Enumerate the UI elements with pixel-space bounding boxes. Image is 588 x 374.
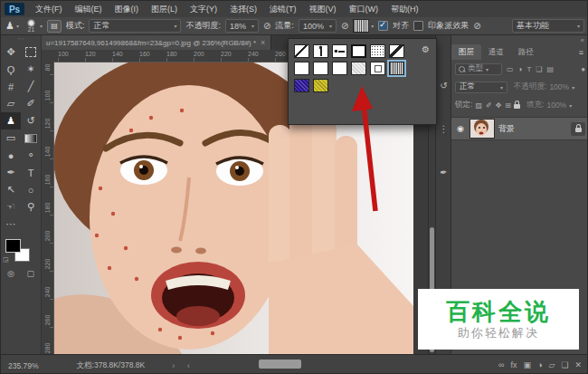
gradient-tool[interactable] bbox=[21, 129, 41, 147]
current-tool-button[interactable]: ♟ ▾ bbox=[5, 20, 19, 32]
menu-item[interactable]: 选择(S) bbox=[223, 1, 263, 17]
filter-type-layers-icon[interactable]: T bbox=[526, 65, 531, 73]
filter-pixel-layers-icon[interactable]: ▭ bbox=[507, 65, 514, 73]
rectangular-marquee-tool[interactable] bbox=[21, 43, 41, 61]
scroll-left-icon[interactable]: ‹ bbox=[187, 361, 190, 370]
hand-tool[interactable]: ☜ bbox=[1, 198, 21, 216]
toggle-brush-panel-button[interactable]: ▤ bbox=[47, 20, 62, 33]
collapse-panels-icon[interactable]: « bbox=[581, 36, 584, 44]
layer-effects-icon[interactable]: fx bbox=[510, 360, 517, 369]
pattern-yellow-noise[interactable] bbox=[313, 79, 328, 92]
layer-filter-dropdown[interactable]: 类型 ▾ bbox=[455, 63, 502, 75]
brush-preset-picker[interactable]: 21 bbox=[27, 19, 35, 33]
screen-mode-button[interactable]: ▢ bbox=[27, 269, 35, 278]
layer-group-icon[interactable]: ▱ bbox=[548, 360, 555, 369]
default-colors-icon[interactable]: ◲ bbox=[3, 256, 9, 264]
menu-item[interactable]: 文件(F) bbox=[29, 1, 69, 17]
pattern-diagonal-thin[interactable] bbox=[294, 44, 309, 58]
gear-icon[interactable]: ⚙ bbox=[422, 44, 430, 54]
edit-toolbar-button[interactable]: ⋯ bbox=[1, 216, 21, 233]
blur-tool[interactable]: ● bbox=[1, 147, 21, 164]
menu-item[interactable]: 视图(V) bbox=[303, 1, 343, 17]
lock-all-icon[interactable] bbox=[514, 104, 520, 109]
color-panel-icon[interactable]: ⋮ bbox=[436, 124, 451, 134]
eyedropper-tool[interactable]: ╱ bbox=[21, 78, 41, 95]
close-icon[interactable]: × bbox=[261, 38, 265, 47]
visibility-eye-icon[interactable]: ◉ bbox=[455, 124, 466, 133]
tab-paths[interactable]: 路径 bbox=[511, 44, 541, 60]
pattern-square-inset[interactable] bbox=[370, 62, 385, 75]
pattern-white-2[interactable] bbox=[313, 62, 328, 75]
layer-row-background[interactable]: ◉ 背景 bbox=[451, 117, 588, 140]
mode-dropdown[interactable]: 正常 ▾ bbox=[89, 19, 181, 33]
filter-smart-objects-icon[interactable]: ▤ bbox=[546, 65, 554, 73]
menu-item[interactable]: 图层(L) bbox=[145, 1, 184, 17]
spot-healing-brush-tool[interactable]: ▱ bbox=[1, 95, 21, 112]
pressure-size-icon[interactable]: ⊘ bbox=[473, 21, 480, 31]
pattern-white-1[interactable] bbox=[294, 62, 309, 75]
clone-stamp-tool[interactable]: ♟ bbox=[1, 112, 21, 129]
pattern-texture[interactable] bbox=[389, 62, 404, 75]
pattern-dot-dash[interactable] bbox=[332, 44, 347, 58]
lock-position-icon[interactable]: ✥ bbox=[496, 101, 502, 110]
zoom-level-field[interactable]: 235.79% bbox=[8, 361, 39, 370]
crop-tool[interactable]: # bbox=[1, 78, 21, 95]
delete-layer-icon[interactable]: ✕ bbox=[574, 360, 582, 369]
workspace-dropdown[interactable]: 基本功能 ▾ bbox=[512, 19, 584, 33]
foreground-color-swatch[interactable] bbox=[5, 239, 21, 253]
filter-shape-layers-icon[interactable]: ❏ bbox=[536, 65, 542, 73]
path-selection-tool[interactable]: ↖ bbox=[1, 181, 21, 198]
type-tool[interactable]: T bbox=[21, 164, 41, 181]
new-layer-icon[interactable]: ❏ bbox=[561, 360, 568, 369]
flow-dropdown[interactable]: 100% ▾ bbox=[299, 19, 337, 33]
lock-artboard-icon[interactable]: ⊞ bbox=[505, 101, 511, 110]
lasso-tool[interactable]: Ϙ bbox=[1, 61, 21, 78]
filter-adjustment-layers-icon[interactable]: ◑ bbox=[518, 65, 523, 73]
menu-item[interactable]: 滤镜(T) bbox=[263, 1, 303, 17]
move-tool[interactable]: ✥ bbox=[1, 43, 21, 61]
impressionist-checkbox[interactable] bbox=[413, 21, 423, 31]
menu-item[interactable]: 文字(Y) bbox=[184, 1, 223, 17]
lock-transparency-icon[interactable]: ▨ bbox=[475, 101, 482, 110]
pattern-dither-dots[interactable] bbox=[370, 44, 385, 58]
pressure-opacity-icon[interactable]: ⊘ bbox=[263, 21, 270, 31]
tab-layers[interactable]: 图层 bbox=[451, 44, 481, 60]
pattern-diagonal-thick[interactable] bbox=[389, 44, 404, 58]
magic-wand-tool[interactable]: ✶ bbox=[21, 61, 41, 78]
shape-tool[interactable]: ○ bbox=[21, 181, 41, 198]
pattern-fine-noise[interactable] bbox=[351, 62, 366, 75]
pen-tool[interactable]: ✒ bbox=[1, 164, 21, 181]
menu-item[interactable]: 窗口(W) bbox=[343, 1, 385, 17]
adjustment-layer-icon[interactable]: ◑ bbox=[537, 360, 542, 369]
brush-tool[interactable]: ✐ bbox=[21, 95, 41, 112]
tab-channels[interactable]: 通道 bbox=[481, 44, 511, 60]
opacity-dropdown[interactable]: 18% ▾ bbox=[225, 19, 259, 33]
properties-panel-icon[interactable]: ✒ bbox=[436, 168, 451, 177]
quick-mask-button[interactable]: ◎ bbox=[7, 269, 14, 278]
blend-mode-dropdown[interactable]: 正常 ▾ bbox=[455, 82, 507, 93]
document-tab[interactable]: u=1917587649,961499868&fm=23&gp=0.jpg @ … bbox=[41, 35, 271, 50]
menu-item[interactable]: 帮助(H) bbox=[384, 1, 425, 17]
menu-item[interactable]: 编辑(E) bbox=[69, 1, 109, 17]
pattern-picker-button[interactable]: ▾ bbox=[353, 19, 374, 33]
pattern-purple-noise[interactable] bbox=[294, 79, 309, 92]
lock-pixels-icon[interactable]: ✐ bbox=[486, 101, 492, 110]
eraser-tool[interactable]: ▭ bbox=[1, 129, 21, 147]
history-brush-tool[interactable]: ↺ bbox=[21, 112, 41, 129]
horizontal-scrollbar-thumb[interactable] bbox=[259, 360, 301, 369]
align-checkbox[interactable] bbox=[378, 21, 388, 31]
airbrush-icon[interactable]: ⊘ bbox=[341, 21, 348, 31]
pattern-vertical-dot[interactable] bbox=[313, 44, 328, 58]
filter-switch-icon[interactable]: ● bbox=[581, 65, 585, 73]
layer-mask-icon[interactable]: ▣ bbox=[524, 360, 532, 369]
history-panel-icon[interactable]: ↺ bbox=[436, 81, 451, 91]
status-expand-icon[interactable]: › bbox=[172, 361, 175, 370]
dodge-tool[interactable]: ⚬ bbox=[21, 147, 41, 164]
toolbar-collapse-handle[interactable]: ⋯ bbox=[1, 35, 41, 43]
zoom-tool[interactable]: ⚲ bbox=[21, 198, 41, 216]
panel-menu-icon[interactable]: ≡ bbox=[579, 48, 588, 57]
pattern-white-outlined[interactable] bbox=[351, 44, 366, 58]
menu-item[interactable]: 图像(I) bbox=[109, 1, 146, 17]
pattern-white-3[interactable] bbox=[332, 62, 347, 75]
link-layers-icon[interactable]: ∞ bbox=[498, 360, 504, 369]
